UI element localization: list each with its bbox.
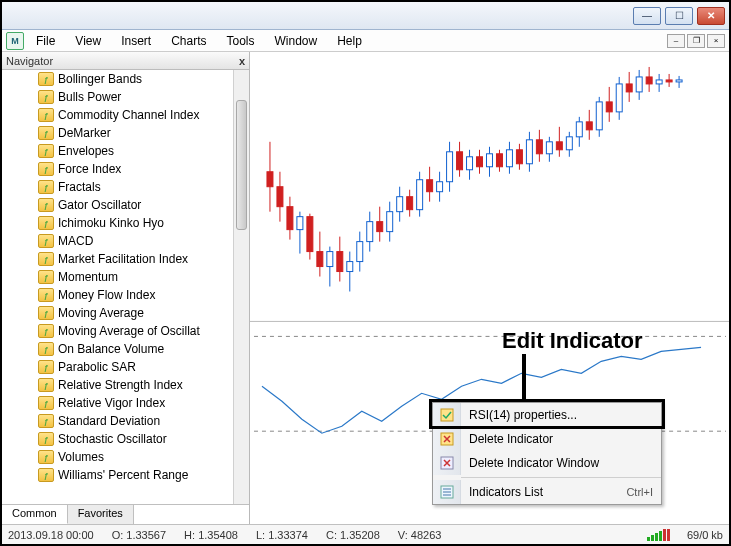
- svg-rect-91: [647, 537, 650, 541]
- indicator-tree-item[interactable]: ƒMomentum: [2, 268, 249, 286]
- svg-rect-86: [676, 80, 682, 82]
- status-volume: V: 48263: [398, 529, 442, 541]
- status-open: O: 1.33567: [112, 529, 166, 541]
- indicator-tree-item[interactable]: ƒBulls Power: [2, 88, 249, 106]
- svg-rect-72: [606, 102, 612, 112]
- indicators-list-icon: [440, 485, 454, 499]
- indicator-tree-item[interactable]: ƒMACD: [2, 232, 249, 250]
- indicator-tree-item[interactable]: ƒIchimoku Kinko Hyo: [2, 214, 249, 232]
- context-menu-indicators-list-label: Indicators List: [461, 485, 626, 499]
- indicator-icon: ƒ: [38, 414, 54, 428]
- menu-charts[interactable]: Charts: [163, 32, 214, 50]
- indicator-tree-item[interactable]: ƒEnvelopes: [2, 142, 249, 160]
- svg-rect-18: [337, 252, 343, 272]
- indicator-icon: ƒ: [38, 270, 54, 284]
- svg-rect-84: [666, 80, 672, 82]
- scrollbar-thumb[interactable]: [236, 100, 247, 230]
- indicator-tree-item[interactable]: ƒDeMarker: [2, 124, 249, 142]
- menu-file[interactable]: File: [28, 32, 63, 50]
- indicator-tree-item[interactable]: ƒVolumes: [2, 448, 249, 466]
- indicator-tree-item[interactable]: ƒStandard Deviation: [2, 412, 249, 430]
- status-close: C: 1.35208: [326, 529, 380, 541]
- indicator-tree-item[interactable]: ƒMoving Average: [2, 304, 249, 322]
- indicator-icon: ƒ: [38, 396, 54, 410]
- indicator-tree-item[interactable]: ƒRelative Strength Index: [2, 376, 249, 394]
- indicator-icon: ƒ: [38, 468, 54, 482]
- svg-rect-28: [387, 212, 393, 232]
- svg-rect-10: [297, 217, 303, 230]
- indicator-icon: ƒ: [38, 108, 54, 122]
- delete-indicator-icon: [440, 432, 454, 446]
- context-menu-delete-window[interactable]: Delete Indicator Window: [433, 451, 661, 475]
- menu-insert[interactable]: Insert: [113, 32, 159, 50]
- minimize-button[interactable]: —: [633, 7, 661, 25]
- indicator-label: Relative Vigor Index: [58, 396, 165, 410]
- tab-common[interactable]: Common: [2, 505, 68, 524]
- indicator-tree-item[interactable]: ƒMoving Average of Oscillat: [2, 322, 249, 340]
- tab-favorites[interactable]: Favorites: [68, 505, 134, 524]
- indicator-icon: ƒ: [38, 144, 54, 158]
- menu-tools[interactable]: Tools: [219, 32, 263, 50]
- indicator-label: On Balance Volume: [58, 342, 164, 356]
- indicator-label: DeMarker: [58, 126, 111, 140]
- svg-rect-80: [646, 77, 652, 84]
- indicator-label: Moving Average: [58, 306, 144, 320]
- menu-help[interactable]: Help: [329, 32, 370, 50]
- indicator-label: Commodity Channel Index: [58, 108, 199, 122]
- mdi-minimize-button[interactable]: –: [667, 34, 685, 48]
- indicator-tree-item[interactable]: ƒFractals: [2, 178, 249, 196]
- status-high: H: 1.35408: [184, 529, 238, 541]
- svg-rect-48: [486, 154, 492, 167]
- indicator-label: Relative Strength Index: [58, 378, 183, 392]
- navigator-scrollbar[interactable]: [233, 70, 249, 504]
- indicator-icon: ƒ: [38, 216, 54, 230]
- context-menu-delete-indicator[interactable]: Delete Indicator: [433, 427, 661, 451]
- maximize-button[interactable]: ☐: [665, 7, 693, 25]
- context-menu-indicators-list[interactable]: Indicators List Ctrl+I: [433, 480, 661, 504]
- indicator-icon: ƒ: [38, 450, 54, 464]
- svg-rect-46: [477, 157, 483, 167]
- svg-rect-40: [447, 152, 453, 182]
- svg-rect-62: [556, 142, 562, 150]
- svg-rect-94: [659, 531, 662, 541]
- svg-rect-87: [441, 409, 453, 421]
- mdi-restore-button[interactable]: ❐: [687, 34, 705, 48]
- svg-rect-14: [317, 252, 323, 267]
- context-menu-properties-label: RSI(14) properties...: [461, 408, 653, 422]
- indicator-tree-item[interactable]: ƒBollinger Bands: [2, 70, 249, 88]
- mdi-close-button[interactable]: ×: [707, 34, 725, 48]
- indicator-tree-item[interactable]: ƒStochastic Oscillator: [2, 430, 249, 448]
- indicator-tree-item[interactable]: ƒParabolic SAR: [2, 358, 249, 376]
- indicator-tree-item[interactable]: ƒMarket Facilitation Index: [2, 250, 249, 268]
- menu-bar: M File View Insert Charts Tools Window H…: [2, 30, 729, 52]
- status-network: 69/0 kb: [687, 529, 723, 541]
- indicator-tree-item[interactable]: ƒForce Index: [2, 160, 249, 178]
- indicator-label: Stochastic Oscillator: [58, 432, 167, 446]
- close-button[interactable]: ✕: [697, 7, 725, 25]
- svg-rect-38: [437, 182, 443, 192]
- indicator-tree-item[interactable]: ƒMoney Flow Index: [2, 286, 249, 304]
- indicator-icon: ƒ: [38, 90, 54, 104]
- indicator-tree-item[interactable]: ƒGator Oscillator: [2, 196, 249, 214]
- menu-window[interactable]: Window: [267, 32, 326, 50]
- menu-view[interactable]: View: [67, 32, 109, 50]
- indicator-tree-item[interactable]: ƒOn Balance Volume: [2, 340, 249, 358]
- indicator-tree-item[interactable]: ƒWilliams' Percent Range: [2, 466, 249, 484]
- indicator-tree-item[interactable]: ƒCommodity Channel Index: [2, 106, 249, 124]
- indicator-label: Bulls Power: [58, 90, 121, 104]
- navigator-panel: Navigator x ƒBollinger BandsƒBulls Power…: [2, 52, 250, 524]
- indicator-icon: ƒ: [38, 324, 54, 338]
- navigator-close-button[interactable]: x: [239, 55, 245, 67]
- context-menu-properties[interactable]: RSI(14) properties...: [433, 403, 661, 427]
- connection-bars-icon: [647, 528, 677, 541]
- svg-rect-30: [397, 197, 403, 212]
- svg-rect-54: [516, 150, 522, 164]
- svg-rect-36: [427, 180, 433, 192]
- indicator-tree-item[interactable]: ƒRelative Vigor Index: [2, 394, 249, 412]
- svg-rect-68: [586, 122, 592, 130]
- indicator-label: Force Index: [58, 162, 121, 176]
- svg-rect-60: [546, 142, 552, 154]
- svg-rect-58: [536, 140, 542, 154]
- svg-rect-95: [663, 529, 666, 541]
- svg-rect-4: [267, 172, 273, 187]
